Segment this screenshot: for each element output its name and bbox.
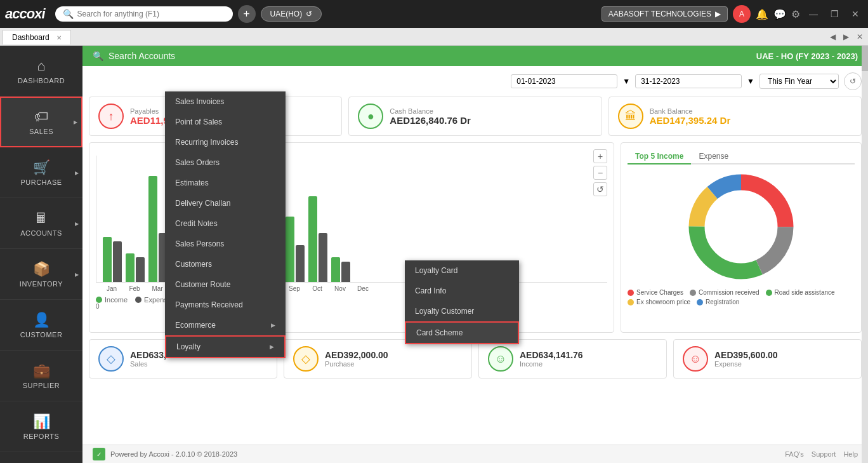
footer-text: Powered by Accoxi - 2.0.10 © 2018-2023	[110, 450, 237, 458]
expense-legend-dot	[135, 297, 141, 303]
sidebar-item-accounts[interactable]: 🖩 ACCOUNTS	[0, 198, 82, 249]
footer-logo: ✓	[93, 448, 105, 460]
sidebar-item-reports[interactable]: 📊 REPORTS	[0, 401, 82, 452]
content-header: 🔍 Search Accounts UAE - HO (FY 2023 - 20…	[82, 46, 868, 66]
expense-stat-icon: ☺	[683, 346, 708, 372]
tab-dashboard[interactable]: Dashboard ✕	[3, 30, 71, 44]
menu-credit-notes[interactable]: Credit Notes	[165, 213, 286, 234]
cash-icon: ●	[358, 104, 383, 129]
menu-estimates[interactable]: Estimates	[165, 173, 286, 193]
tab-expense[interactable]: Expense	[691, 149, 736, 164]
sidebar-item-inventory[interactable]: 📦 INVENTORY	[0, 249, 82, 300]
donut-tabs: Top 5 Income Expense	[628, 149, 855, 164]
message-icon[interactable]: 💬	[773, 8, 786, 20]
branch-selector[interactable]: UAE(HO) ↺	[261, 6, 322, 22]
zoom-out-button[interactable]: −	[593, 166, 607, 180]
zoom-in-button[interactable]: +	[593, 149, 607, 163]
refresh-dashboard-button[interactable]: ↺	[844, 72, 862, 90]
menu-payments-received[interactable]: Payments Received	[165, 295, 286, 315]
sidebar-item-dashboard[interactable]: ⌂ DASHBOARD	[0, 46, 82, 97]
footer-links: FAQ's Support Help	[785, 450, 858, 458]
date-from-input[interactable]	[511, 74, 617, 88]
expense-bar-jan	[113, 241, 122, 282]
search-accounts-button[interactable]: 🔍 Search Accounts	[93, 51, 175, 61]
customer-icon: 👤	[33, 312, 50, 328]
tab-nav-left[interactable]: ◀	[827, 31, 838, 43]
date-to-input[interactable]	[635, 74, 742, 88]
support-link[interactable]: Support	[812, 450, 836, 458]
avatar: A	[733, 5, 751, 23]
expense-bar-nov	[341, 262, 350, 282]
company-label: AABASOFT TECHNOLOGIES	[608, 10, 711, 18]
bar-group-jan	[103, 237, 122, 282]
bar-group-oct	[308, 196, 327, 282]
expense-bar-sep	[296, 245, 305, 282]
minimize-button[interactable]: —	[805, 8, 822, 20]
sidebar-item-customer[interactable]: 👤 CUSTOMER	[0, 300, 82, 351]
sidebar: ⌂ DASHBOARD 🏷 SALES 🛒 PURCHASE 🖩 ACCOUNT…	[0, 46, 82, 463]
submenu-loyalty-card[interactable]: Loyalty Card	[405, 260, 519, 281]
menu-sales-orders[interactable]: Sales Orders	[165, 152, 286, 173]
close-button[interactable]: ✕	[848, 8, 863, 20]
submenu-card-scheme[interactable]: Card Scheme	[405, 321, 519, 344]
sidebar-item-supplier[interactable]: 💼 SUPPLIER	[0, 351, 82, 401]
income-legend: Income	[96, 296, 128, 304]
y-axis-label: 0	[96, 303, 100, 310]
cash-balance-stat: ● Cash Balance AED126,840.76 Dr	[348, 97, 602, 136]
menu-recurring-invoices[interactable]: Recurring Invoices	[165, 132, 286, 152]
chart-label-feb: Feb	[125, 285, 144, 292]
income-legend-dot	[96, 297, 102, 303]
tab-controls: ◀ ▶ ✕	[827, 31, 865, 43]
settings-icon[interactable]: ⚙	[791, 8, 800, 20]
menu-delivery-challan[interactable]: Delivery Challan	[165, 193, 286, 213]
tab-close-icon[interactable]: ✕	[56, 34, 62, 41]
chart-label-dec: Dec	[353, 285, 372, 292]
bottom-stat-expense: ☺ AED395,600.00 Expense	[673, 339, 862, 379]
tab-top5-income[interactable]: Top 5 Income	[628, 149, 691, 164]
submenu-card-info[interactable]: Card Info	[405, 281, 519, 301]
sidebar-item-sales[interactable]: 🏷 SALES	[0, 97, 82, 147]
tab-nav-right[interactable]: ▶	[841, 31, 852, 43]
income-bar-feb	[126, 253, 135, 282]
reports-icon: 📊	[33, 413, 50, 430]
payables-icon: ↑	[98, 104, 124, 129]
menu-customers[interactable]: Customers	[165, 254, 286, 274]
menu-sales-persons[interactable]: Sales Persons	[165, 234, 286, 254]
donut-card: Top 5 Income Expense	[621, 142, 862, 333]
sales-menu: Sales Invoices Point of Sales Recurring …	[165, 91, 286, 358]
menu-ecommerce[interactable]: Ecommerce	[165, 315, 286, 335]
submenu-loyalty-customer[interactable]: Loyalty Customer	[405, 301, 519, 321]
top-icons: 🔔 💬 ⚙	[756, 8, 800, 20]
global-search-box[interactable]: 🔍	[55, 6, 233, 22]
supplier-icon: 💼	[33, 363, 50, 379]
company-selector[interactable]: AABASOFT TECHNOLOGIES ▶	[602, 6, 728, 22]
maximize-button[interactable]: ❐	[827, 8, 843, 20]
tab-close-all[interactable]: ✕	[854, 31, 865, 43]
menu-customer-route[interactable]: Customer Route	[165, 274, 286, 295]
bar-group-feb	[126, 253, 145, 282]
scrollbar[interactable]	[862, 46, 868, 463]
sales-icon: 🏷	[34, 109, 48, 125]
menu-sales-invoices[interactable]: Sales Invoices	[165, 91, 286, 112]
search-accounts-icon: 🔍	[93, 51, 103, 61]
notification-icon[interactable]: 🔔	[756, 8, 768, 20]
main-layout: ⌂ DASHBOARD 🏷 SALES 🛒 PURCHASE 🖩 ACCOUNT…	[0, 46, 868, 463]
sidebar-item-purchase[interactable]: 🛒 PURCHASE	[0, 147, 82, 198]
legend-registration: Registration	[697, 299, 739, 305]
global-search-input[interactable]	[77, 10, 217, 18]
fin-year-select[interactable]: This Fin Year Last Fin Year Custom	[760, 74, 839, 89]
help-link[interactable]: Help	[843, 450, 858, 458]
menu-point-of-sales[interactable]: Point of Sales	[165, 112, 286, 132]
bar-group-sep	[286, 217, 305, 282]
inventory-icon: 📦	[33, 261, 50, 278]
faq-link[interactable]: FAQ's	[785, 450, 804, 458]
income-stat-icon: ☺	[488, 346, 513, 372]
add-button[interactable]: +	[238, 5, 256, 23]
refresh-chart-button[interactable]: ↺	[593, 182, 607, 196]
legend-roadside: Road side assistance	[766, 289, 835, 296]
scrollbar-thumb[interactable]	[862, 46, 868, 71]
menu-loyalty[interactable]: Loyalty	[165, 335, 286, 358]
bank-icon: 🏛	[618, 104, 643, 129]
legend-commission: Commission received	[690, 289, 760, 296]
chart-controls: + − ↺	[593, 149, 607, 196]
